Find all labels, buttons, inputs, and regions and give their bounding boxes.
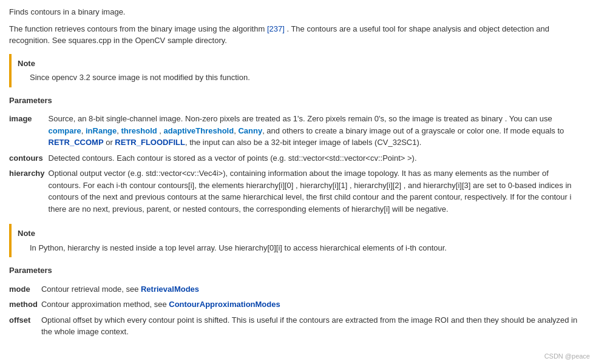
function-description: The function retrieves contours from the… [9,23,584,47]
code-threshold: threshold [121,126,157,135]
params-table-1: image Source, an 8-bit single-channel im… [9,111,584,217]
param-name-contours: contours [9,150,49,166]
retrieval-modes-link[interactable]: RetrievalModes [141,285,199,294]
table-row: offset Optional offset by which every co… [9,312,584,340]
code-canny: Canny [238,126,262,135]
params-section-title: Parameters [9,95,584,107]
param-name-offset: offset [9,312,41,340]
param-desc-image: Source, an 8-bit single-channel image. N… [49,111,584,150]
note-box-2: Note In Python, hierarchy is nested insi… [9,224,584,257]
code-compare: compare [49,126,81,135]
param-desc-method: Contour approximation method, see Contou… [41,297,584,312]
note-title-1: Note [18,58,578,70]
note-content-1: Since opencv 3.2 source image is not mod… [30,72,578,84]
param-name-mode: mode [9,281,41,297]
param-name-hierarchy: hierarchy [9,166,49,217]
param-name-method: method [9,297,41,312]
param-desc-offset: Optional offset by which every contour p… [41,312,584,340]
note-box-1: Note Since opencv 3.2 source image is no… [9,54,584,87]
code-inrange: inRange [86,126,117,135]
param-desc-contours: Detected contours. Each contour is store… [49,150,584,166]
code-retr-floodfill: RETR_FLOODFILL [115,138,185,147]
brief-description: Finds contours in a binary image. [9,6,584,18]
code-adaptive: adaptiveThreshold [164,126,234,135]
table-row: image Source, an 8-bit single-channel im… [9,111,584,150]
param-desc-hierarchy: Optional output vector (e.g. std::vector… [49,166,584,217]
table-row: method Contour approximation method, see… [9,297,584,312]
params2-section-title: Parameters [9,265,584,277]
param-desc-mode: Contour retrieval mode, see RetrievalMod… [41,281,584,297]
code-retr-ccomp: RETR_CCOMP [49,138,104,147]
note-title-2: Note [18,228,578,240]
note-content-2: In Python, hierarchy is nested inside a … [30,242,578,254]
table-row: hierarchy Optional output vector (e.g. s… [9,166,584,217]
params-table-2: mode Contour retrieval mode, see Retriev… [9,281,584,340]
ref-link[interactable]: [237] [267,24,285,33]
contour-approx-link[interactable]: ContourApproximationModes [169,300,280,309]
watermark: CSDN @peace [544,351,590,353]
table-row: contours Detected contours. Each contour… [9,150,584,166]
table-row: mode Contour retrieval mode, see Retriev… [9,281,584,297]
param-name-image: image [9,111,49,150]
